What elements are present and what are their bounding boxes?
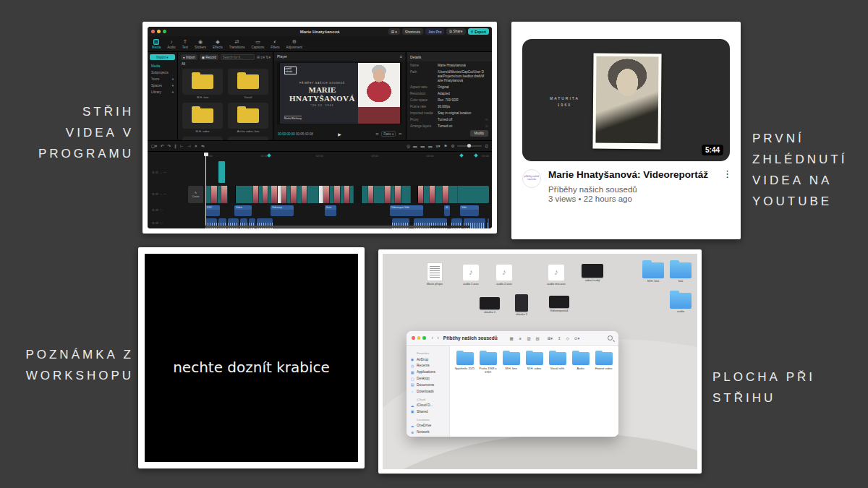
timeline-view-icon[interactable]: ⚑: [444, 144, 448, 148]
toolbar-action-icon[interactable]: ↥: [558, 336, 561, 341]
desktop-icon[interactable]: ukázka 2: [506, 294, 537, 316]
playhead[interactable]: [205, 153, 206, 225]
media-sidebar-item[interactable]: Spaces▾: [150, 82, 175, 89]
finder-sidebar-item[interactable]: iCloud: [410, 396, 446, 402]
media-sidebar-item[interactable]: Yours▾: [150, 76, 175, 82]
video-clip-segment[interactable]: [435, 186, 443, 203]
media-folder[interactable]: Vizuál: [227, 69, 269, 99]
modify-button[interactable]: Modify: [470, 130, 488, 137]
layout-switch-button[interactable]: ⊞ ▾: [388, 28, 400, 35]
video-clip-segment[interactable]: [236, 186, 253, 203]
video-clip-segment[interactable]: [374, 186, 385, 203]
video-clip-segment[interactable]: [281, 186, 287, 203]
finder-folder[interactable]: M.H. foto: [501, 352, 522, 370]
overlay-clip[interactable]: [218, 161, 225, 183]
traffic-lights[interactable]: [412, 336, 426, 340]
timeline-marker[interactable]: [474, 153, 478, 158]
finder-sidebar-item[interactable]: ☁ iCloud D...: [410, 402, 446, 408]
timeline-zoom-slider[interactable]: [457, 145, 482, 147]
text-clip[interactable]: Kate: [325, 205, 336, 216]
kebab-menu-icon[interactable]: ⋮: [723, 169, 732, 203]
finder-folder[interactable]: Audio: [570, 352, 591, 370]
video-clip-segment[interactable]: [418, 186, 424, 203]
text-clip[interactable]: DSC: [205, 205, 220, 216]
media-sidebar-item[interactable]: Library▾: [150, 89, 175, 95]
toolbar-action-icon[interactable]: ◇: [566, 336, 569, 341]
play-button[interactable]: ▶: [274, 132, 405, 137]
finder-sidebar-item[interactable]: ▤ Documents: [410, 382, 446, 388]
search-icon[interactable]: [608, 335, 613, 341]
video-clip-segment[interactable]: [263, 186, 268, 203]
media-folder[interactable]: M.H. foto: [182, 69, 224, 99]
timeline-view-icon[interactable]: ▬: [428, 144, 433, 148]
desktop-icon[interactable]: video hrubý: [576, 264, 608, 282]
video-clip-segment[interactable]: [430, 186, 435, 203]
capcut-tab[interactable]: ▭ Captions: [252, 39, 265, 49]
desktop-icon[interactable]: foto: [665, 262, 697, 283]
import-dropdown-button[interactable]: Import ▾: [150, 54, 175, 60]
desktop-icon[interactable]: audio 2.wav: [488, 264, 520, 286]
finder-sidebar-item[interactable]: Locations: [410, 417, 446, 423]
cover-button[interactable]: ✎ Cover: [188, 186, 203, 203]
finder-folder[interactable]: Praha 1968 a 1969: [477, 352, 498, 374]
timeline-view-icon[interactable]: ≡▾: [436, 144, 441, 148]
capcut-tab[interactable]: ⇄ Transitions: [229, 39, 245, 49]
timeline-tool-icon[interactable]: ⊣: [187, 144, 191, 148]
timeline-tool-icon[interactable]: ⊢: [180, 144, 184, 148]
desktop-icon[interactable]: audio: [665, 293, 697, 313]
toolbar-action-icon[interactable]: ⊞▾: [548, 336, 553, 341]
channel-name[interactable]: Příběhy našich sousedů: [548, 185, 715, 194]
channel-avatar[interactable]: příběhy našich sousedů: [522, 169, 541, 188]
forward-button[interactable]: ›: [437, 335, 439, 341]
timeline-tool-icon[interactable]: ↷: [168, 144, 171, 148]
shortcuts-button[interactable]: Shortcuts: [402, 28, 423, 35]
video-clip-segment[interactable]: [211, 186, 218, 203]
video-clip-segment[interactable]: [368, 186, 374, 203]
finder-sidebar-item[interactable]: ▦ Applications: [410, 369, 446, 375]
media-sidebar-item[interactable]: Media: [150, 63, 175, 69]
timeline-scrollbar[interactable]: [205, 226, 470, 228]
text-clip[interactable]: Videorepor Vide: [390, 205, 423, 216]
text-clip[interactable]: Videorep: [271, 205, 294, 216]
capcut-tab[interactable]: ♪ Audio: [167, 39, 176, 49]
text-clip[interactable]: Video: [234, 205, 252, 216]
capcut-tab[interactable]: T Text: [182, 39, 188, 49]
track-controls[interactable]: ⊙ ∅ ↔ ⋯: [148, 184, 188, 203]
finder-sidebar-item[interactable]: ◷ Recents: [410, 363, 446, 369]
timeline-marker[interactable]: [267, 153, 271, 158]
video-clip-segment[interactable]: [228, 186, 236, 203]
track-controls[interactable]: ⊙ ∅ ⋯: [148, 203, 188, 216]
desktop-icon[interactable]: audio 1.wav: [455, 264, 487, 286]
capcut-tab[interactable]: ⚙ Adjustment: [286, 39, 303, 49]
timeline-view-icon[interactable]: ⚙: [451, 144, 454, 148]
finder-folder[interactable]: Hotové video: [593, 352, 614, 370]
media-folder[interactable]: Archiv video, foto: [227, 103, 269, 133]
desktop-icon[interactable]: audio mix.wav: [540, 264, 572, 286]
video-clip-segment[interactable]: [411, 186, 418, 203]
text-clip[interactable]: Vide: [460, 205, 479, 216]
video-clip-segment[interactable]: [221, 186, 228, 203]
timeline-tool-icon[interactable]: ∥: [174, 144, 176, 148]
view-mode-icon[interactable]: ▥: [525, 335, 533, 342]
media-folder[interactable]: M.H. video: [182, 103, 224, 133]
timeline-tool-icon[interactable]: ↶: [161, 144, 164, 148]
view-mode-icon[interactable]: ▦: [508, 335, 516, 342]
video-clip-segment[interactable]: [291, 186, 297, 203]
audio-clip[interactable]: [488, 218, 489, 228]
video-clip-segment[interactable]: [205, 186, 211, 203]
video-clip-segment[interactable]: [354, 186, 362, 203]
join-pro-button[interactable]: Join Pro: [425, 28, 444, 35]
finder-folder[interactable]: Spytihněv 2025: [454, 352, 475, 370]
capcut-tab[interactable]: ◉ Stickers: [195, 39, 206, 49]
capcut-tab[interactable]: ▦ Media: [152, 39, 161, 49]
share-button[interactable]: ⧉ Share: [446, 28, 465, 35]
timeline-view-icon[interactable]: ▬: [421, 144, 425, 148]
media-search-input[interactable]: Search for fi...: [221, 54, 255, 60]
player-menu-icon[interactable]: ≡: [400, 54, 402, 59]
finder-sidebar-item[interactable]: ▣ Shared: [410, 408, 446, 415]
import-button[interactable]: ● Import: [181, 54, 197, 60]
video-clip-segment[interactable]: [307, 186, 319, 203]
timeline-view-icon[interactable]: ▬: [413, 144, 417, 148]
track-controls[interactable]: ⊙ ∅ ↔ ⋯: [148, 160, 188, 184]
back-button[interactable]: ‹: [432, 335, 434, 341]
